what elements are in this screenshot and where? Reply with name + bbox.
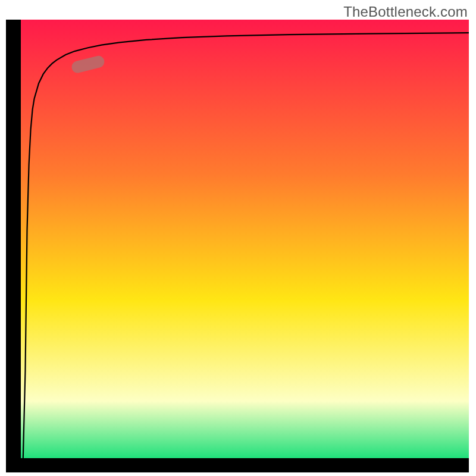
y-axis — [6, 20, 21, 458]
x-axis — [6, 458, 469, 472]
plot-background — [21, 20, 469, 458]
chart-container: TheBottleneck.com — [0, 0, 476, 476]
chart-svg — [0, 0, 476, 476]
